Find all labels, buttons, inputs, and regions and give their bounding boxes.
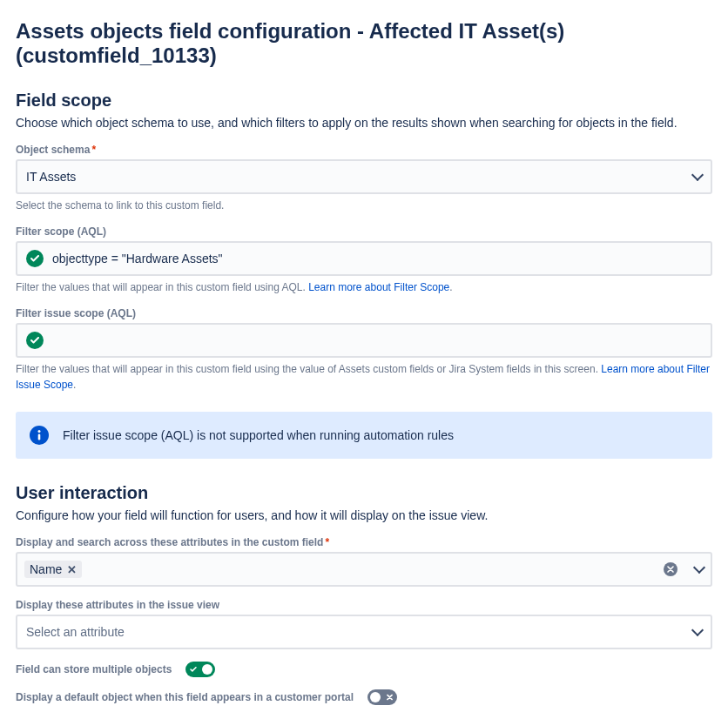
filter-issue-scope-helper-suffix: . [73, 379, 76, 391]
attribute-tag-label: Name [30, 562, 62, 576]
svg-rect-1 [38, 434, 41, 440]
filter-scope-helper-suffix: . [449, 281, 452, 293]
multiple-objects-toggle-label: Field can store multiple objects [16, 663, 172, 675]
check-circle-icon [26, 250, 44, 267]
check-circle-icon [26, 332, 44, 349]
object-schema-select[interactable]: IT Assets [16, 159, 712, 194]
filter-issue-scope-label: Filter issue scope (AQL) [16, 307, 712, 319]
clear-all-icon[interactable] [664, 562, 677, 576]
object-schema-label-text: Object schema [16, 144, 90, 156]
display-issue-view-attributes-placeholder: Select an attribute [26, 625, 693, 639]
filter-scope-helper: Filter the values that will appear in th… [16, 279, 712, 295]
info-banner-text: Filter issue scope (AQL) is not supporte… [63, 428, 454, 442]
display-search-attributes-label: Display and search across these attribut… [16, 536, 712, 548]
user-interaction-heading: User interaction [16, 483, 712, 503]
required-asterisk: * [91, 144, 96, 156]
object-schema-helper: Select the schema to link to this custom… [16, 198, 712, 213]
filter-scope-helper-prefix: Filter the values that will appear in th… [16, 281, 308, 293]
check-icon [190, 667, 197, 672]
display-issue-view-attributes-label: Display these attributes in the issue vi… [16, 599, 712, 611]
chevron-down-icon [693, 561, 705, 574]
display-issue-view-attributes-select[interactable]: Select an attribute [16, 615, 712, 649]
field-scope-heading: Field scope [16, 91, 712, 111]
object-schema-label: Object schema* [16, 144, 712, 156]
multiple-objects-toggle[interactable] [185, 662, 215, 677]
attribute-tag: Name ✕ [24, 561, 82, 578]
info-icon [30, 426, 49, 445]
display-search-attributes-label-text: Display and search across these attribut… [16, 536, 323, 548]
filter-scope-label: Filter scope (AQL) [16, 225, 712, 238]
object-schema-value: IT Assets [26, 170, 693, 184]
filter-scope-input[interactable]: objecttype = "Hardware Assets" [16, 241, 712, 276]
chevron-down-icon [691, 624, 704, 636]
chevron-down-icon [691, 169, 704, 181]
filter-issue-scope-input[interactable] [16, 323, 712, 358]
page-title: Assets objects field configuration - Aff… [16, 19, 712, 68]
display-search-attributes-select[interactable]: Name ✕ [16, 552, 712, 587]
filter-issue-scope-helper: Filter the values that will appear in th… [16, 361, 712, 393]
default-object-portal-toggle-label: Display a default object when this field… [16, 691, 354, 703]
default-object-portal-toggle[interactable] [367, 689, 397, 705]
required-asterisk: * [325, 536, 329, 548]
close-icon [387, 695, 393, 701]
remove-tag-icon[interactable]: ✕ [67, 563, 77, 576]
filter-scope-learn-more-link[interactable]: Learn more about Filter Scope [308, 281, 449, 293]
svg-point-0 [38, 430, 41, 433]
user-interaction-description: Configure how your field will function f… [16, 508, 712, 522]
field-scope-description: Choose which object schema to use, and w… [16, 116, 712, 130]
filter-issue-scope-info-banner: Filter issue scope (AQL) is not supporte… [16, 412, 712, 459]
filter-issue-scope-helper-prefix: Filter the values that will appear in th… [16, 363, 601, 375]
filter-scope-value: objecttype = "Hardware Assets" [52, 252, 223, 265]
